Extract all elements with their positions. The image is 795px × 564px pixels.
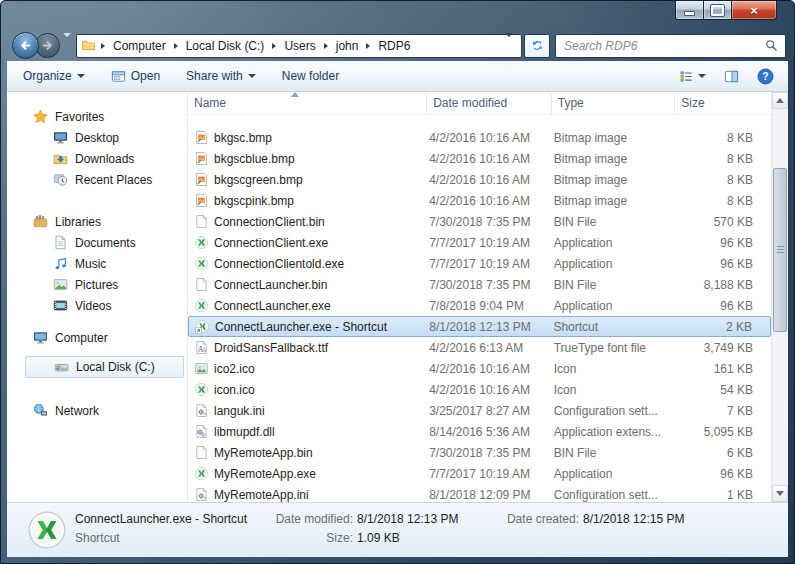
recent-pages-dropdown[interactable] bbox=[63, 37, 71, 55]
new-folder-button[interactable]: New folder bbox=[274, 65, 347, 87]
minimize-button[interactable] bbox=[675, 1, 704, 20]
file-date-modified: 7/30/2018 7:35 PM bbox=[427, 215, 552, 229]
sort-ascending-icon bbox=[291, 92, 299, 97]
search-input[interactable] bbox=[562, 38, 764, 54]
column-header-size[interactable]: Size bbox=[675, 92, 771, 114]
file-size: 96 KB bbox=[675, 236, 771, 250]
file-row[interactable]: bkgscgreen.bmp4/2/2016 10:16 AMBitmap im… bbox=[188, 169, 771, 190]
breadcrumb-separator-icon bbox=[101, 43, 105, 49]
window-controls: × bbox=[675, 1, 777, 20]
config-file-icon bbox=[194, 403, 209, 418]
help-button[interactable]: ? bbox=[755, 64, 776, 89]
file-row[interactable]: bkgsc.bmp4/2/2016 10:16 AMBitmap image8 … bbox=[188, 127, 771, 148]
breadcrumb-item-computer[interactable]: Computer bbox=[110, 37, 169, 55]
sidebar-item-pictures[interactable]: Pictures bbox=[7, 274, 187, 295]
address-dropdown[interactable] bbox=[501, 37, 517, 55]
open-icon bbox=[111, 69, 126, 84]
file-row[interactable]: MyRemoteApp.bin7/30/2018 7:35 PMBIN File… bbox=[188, 442, 771, 463]
file-size: 96 KB bbox=[675, 299, 771, 313]
maximize-icon bbox=[711, 5, 724, 16]
sidebar-item-local-disk-c[interactable]: Local Disk (C:) bbox=[25, 356, 184, 378]
file-row[interactable]: MyRemoteApp.ini8/1/2018 12:09 PMConfigur… bbox=[188, 484, 771, 502]
breadcrumb-item-local-disk-c[interactable]: Local Disk (C:) bbox=[183, 37, 268, 55]
file-row[interactable]: bkgscblue.bmp4/2/2016 10:16 AMBitmap ima… bbox=[188, 148, 771, 169]
sidebar-item-computer[interactable]: Computer bbox=[7, 327, 187, 348]
share-with-button[interactable]: Share with bbox=[178, 65, 264, 87]
organize-button[interactable]: Organize bbox=[15, 65, 93, 87]
file-row[interactable]: ConnectLauncher.exe7/8/2018 9:04 PMAppli… bbox=[188, 295, 771, 316]
sidebar-item-desktop[interactable]: Desktop bbox=[7, 127, 187, 148]
file-name-cell: MyRemoteApp.ini bbox=[188, 487, 427, 502]
file-date-modified: 4/2/2016 10:16 AM bbox=[427, 173, 552, 187]
breadcrumb-item-john[interactable]: john bbox=[333, 37, 362, 55]
file-row[interactable]: ico2.ico4/2/2016 10:16 AMIcon161 KB bbox=[188, 358, 771, 379]
file-size: 96 KB bbox=[675, 467, 771, 481]
file-date-modified: 4/2/2016 10:16 AM bbox=[427, 383, 552, 397]
sidebar-item-documents[interactable]: Documents bbox=[7, 232, 187, 253]
file-row[interactable]: ConnectionClient.exe7/7/2017 10:19 AMApp… bbox=[188, 232, 771, 253]
file-row[interactable]: ConnectLauncher.exe - Shortcut8/1/2018 1… bbox=[188, 316, 771, 337]
file-name-cell: AADroidSansFallback.ttf bbox=[188, 340, 427, 355]
file-name: languk.ini bbox=[214, 404, 265, 418]
preview-pane-button[interactable] bbox=[722, 65, 741, 88]
file-date-modified: 7/8/2018 9:04 PM bbox=[427, 299, 552, 313]
new-folder-label: New folder bbox=[282, 69, 339, 83]
column-header-name[interactable]: Name bbox=[188, 92, 427, 114]
file-name: ConnectionClient.exe bbox=[214, 236, 328, 250]
sidebar-item-label: Downloads bbox=[75, 152, 134, 166]
file-row[interactable]: languk.ini3/25/2017 8:27 AMConfiguration… bbox=[188, 400, 771, 421]
breadcrumb-item-users[interactable]: Users bbox=[281, 37, 318, 55]
file-name-cell: ico2.ico bbox=[188, 361, 427, 376]
close-icon: × bbox=[750, 4, 758, 17]
breadcrumb-separator-icon bbox=[366, 43, 370, 49]
breadcrumb-separator-icon bbox=[272, 43, 276, 49]
scroll-up-button[interactable] bbox=[772, 92, 788, 109]
sidebar-item-videos[interactable]: Videos bbox=[7, 295, 187, 316]
scroll-down-button[interactable] bbox=[772, 485, 788, 502]
preview-pane-icon bbox=[724, 69, 739, 84]
open-button[interactable]: Open bbox=[103, 65, 168, 88]
address-bar[interactable]: ComputerLocal Disk (C:)UsersjohnRDP6 bbox=[76, 34, 522, 58]
bitmap-file-icon bbox=[194, 151, 209, 166]
breadcrumb-item-rdp6[interactable]: RDP6 bbox=[375, 37, 413, 55]
file-date-modified: 7/30/2018 7:35 PM bbox=[427, 278, 552, 292]
scrollbar-thumb[interactable] bbox=[773, 168, 787, 332]
sidebar-item-music[interactable]: Music bbox=[7, 253, 187, 274]
file-row[interactable]: ConnectLauncher.bin7/30/2018 7:35 PMBIN … bbox=[188, 274, 771, 295]
column-header-type[interactable]: Type bbox=[552, 92, 676, 114]
change-view-button[interactable] bbox=[677, 65, 708, 88]
vertical-scrollbar[interactable] bbox=[771, 92, 788, 502]
file-type: BIN File bbox=[552, 278, 676, 292]
sidebar-item-downloads[interactable]: Downloads bbox=[7, 148, 187, 169]
column-label: Size bbox=[681, 96, 704, 110]
help-icon: ? bbox=[757, 68, 774, 85]
bitmap-file-icon bbox=[194, 172, 209, 187]
file-row[interactable]: icon.ico4/2/2016 10:16 AMIcon54 KB bbox=[188, 379, 771, 400]
sidebar-item-label: Local Disk (C:) bbox=[76, 360, 155, 374]
file-type: Configuration sett... bbox=[552, 488, 676, 502]
file-row[interactable]: AADroidSansFallback.ttf4/2/2016 6:13 AMT… bbox=[188, 337, 771, 358]
file-row[interactable]: ConnectionClientold.exe7/7/2017 10:19 AM… bbox=[188, 253, 771, 274]
file-row[interactable]: MyRemoteApp.exe7/7/2017 10:19 AMApplicat… bbox=[188, 463, 771, 484]
file-row[interactable]: bkgscpink.bmp4/2/2016 10:16 AMBitmap ima… bbox=[188, 190, 771, 211]
file-name-cell: bkgscblue.bmp bbox=[188, 151, 427, 166]
refresh-button[interactable] bbox=[524, 34, 550, 58]
file-row[interactable]: libmupdf.dll8/14/2016 5:36 AMApplication… bbox=[188, 421, 771, 442]
close-button[interactable]: × bbox=[732, 1, 777, 20]
maximize-button[interactable] bbox=[704, 1, 732, 20]
pictures-icon bbox=[53, 277, 68, 292]
search-box bbox=[555, 34, 786, 58]
file-row[interactable]: ConnectionClient.bin7/30/2018 7:35 PMBIN… bbox=[188, 211, 771, 232]
file-name: ico2.ico bbox=[214, 362, 255, 376]
sidebar-item-recent-places[interactable]: Recent Places bbox=[7, 169, 187, 190]
sidebar-item-network[interactable]: Network bbox=[7, 400, 187, 421]
back-button[interactable] bbox=[12, 32, 39, 59]
sidebar-item-favorites[interactable]: Favorites bbox=[7, 106, 187, 127]
column-header-date-modified[interactable]: Date modified bbox=[427, 92, 552, 114]
sidebar-item-label: Computer bbox=[55, 331, 108, 345]
file-rows: bkgsc.bmp4/2/2016 10:16 AMBitmap image8 … bbox=[188, 114, 771, 502]
file-name-cell: libmupdf.dll bbox=[188, 424, 427, 439]
ico-file-icon bbox=[194, 361, 209, 376]
sidebar-item-libraries[interactable]: Libraries bbox=[7, 211, 187, 232]
file-size: 2 KB bbox=[675, 320, 770, 334]
